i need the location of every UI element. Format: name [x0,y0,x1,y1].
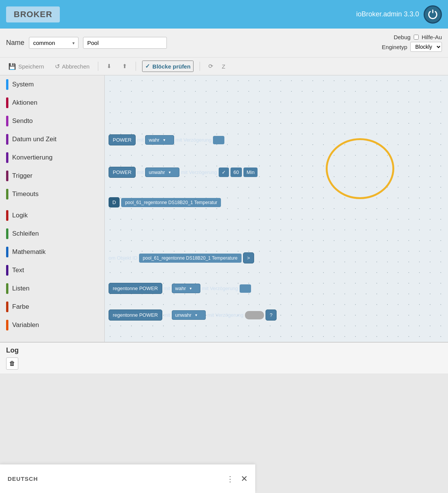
sidebar-color-mathematik [6,247,8,257]
block-mit-5: mit [164,286,170,291]
export-button[interactable]: ⬆ [120,61,130,71]
divider-2 [136,62,136,71]
sidebar-label-variablen: Variablen [12,321,39,329]
sidebar: System Aktionen Sendto Datum und Zeit Ko… [0,75,105,342]
divider-1 [98,62,98,71]
log-trash-button[interactable]: 🗑 [6,357,18,370]
power-icon[interactable] [424,5,442,24]
block-scroll-6[interactable] [245,311,264,319]
sidebar-color-datum [6,134,8,145]
block-check-2[interactable]: ✓ [219,168,229,177]
sidebar-color-konvertierung [6,152,8,163]
block-power-2[interactable]: POWER [109,167,136,178]
check-button[interactable]: ✓ Blöcke prüfen [142,61,194,72]
block-delay-1[interactable] [213,136,224,144]
sidebar-label-konvertierung: Konvertierung [12,154,53,161]
namespace-wrapper: common [29,37,78,49]
block-wahr-dropdown[interactable]: wahr [145,135,174,145]
import-button[interactable]: ⬇ [104,61,114,71]
close-icon[interactable]: ✕ [241,474,248,484]
sidebar-item-farbe[interactable]: Farbe [0,298,104,316]
sidebar-item-konvertierung[interactable]: Konvertierung [0,148,104,167]
save-button[interactable]: 💾 Speichern [6,61,46,72]
block-min-2[interactable]: Min [243,168,258,177]
sidebar-color-system [6,79,8,90]
sidebar-label-farbe: Farbe [12,303,29,311]
sidebar-color-schleifen [6,228,8,239]
brand-label: BROKER [6,6,60,22]
block-wahr-2-dropdown[interactable]: wahr [172,284,200,293]
export-icon: ⬆ [122,63,127,70]
block-regentonne-2[interactable]: regentonne POWER [109,310,162,321]
sidebar-color-timeouts [6,189,8,199]
sidebar-item-text[interactable]: Text [0,261,104,279]
block-unwahr-dropdown[interactable]: unwahr [145,168,179,177]
sidebar-color-variablen [6,320,8,330]
refresh-button[interactable]: ⟳ [206,61,216,71]
more-icon[interactable]: ⋮ [226,474,235,483]
language-label: DEUTSCH [8,475,38,482]
block-row-5: regentonne POWER mit wahr mit Verzögerun… [109,283,251,294]
enginetype-label: Enginetyp [382,44,407,50]
block-id-1[interactable]: pool_61_regentonne DS18B20_1 Temperatur [121,198,221,207]
sidebar-label-listen: Listen [12,285,29,292]
sidebar-item-aktionen[interactable]: Aktionen [0,94,104,112]
sidebar-item-timeouts[interactable]: Timeouts [0,185,104,203]
sidebar-item-listen[interactable]: Listen [0,279,104,298]
sidebar-label-sendto: Sendto [12,117,33,125]
debug-label: Debug [394,34,410,40]
sidebar-item-schleifen[interactable]: Schleifen [0,225,104,243]
cancel-button[interactable]: ↺ Abbrechen [53,61,92,72]
block-row-1: POWER mit wahr mit Verzögerung [109,134,224,145]
check-label: Blöcke prüfen [152,63,190,70]
block-q-6[interactable]: ? [266,310,277,321]
sidebar-color-logik [6,210,8,221]
block-delay-5[interactable] [240,284,251,293]
script-name-input[interactable] [83,37,167,49]
name-label: Name [6,39,24,47]
block-num-2[interactable]: 60 [230,168,242,177]
canvas-area[interactable]: POWER mit wahr mit Verzögerung POWER mit… [105,75,448,342]
sidebar-item-mathematik[interactable]: Mathematik [0,243,104,261]
engine-select[interactable]: Blockly [410,42,442,52]
version-label: ioBroker.admin 3.3.0 [356,10,419,18]
block-gt[interactable]: > [243,252,254,263]
sidebar-label-mathematik: Mathematik [12,248,46,256]
sidebar-item-variablen[interactable]: Variablen [0,316,104,334]
top-bar-right: ioBroker.admin 3.3.0 [356,5,442,24]
sidebar-color-text [6,265,8,276]
block-mitverz-1: mit Verzögerung [176,137,212,143]
sidebar-color-trigger [6,171,8,181]
sidebar-item-trigger[interactable]: Trigger [0,167,104,185]
hilfe-label: Hilfe-Au [422,34,442,40]
namespace-select[interactable]: common [29,37,78,49]
yellow-circle-annotation [326,138,394,199]
block-mit-6: mit [164,312,170,318]
block-regentonne-1[interactable]: regentonne POWER [109,283,162,294]
sidebar-color-listen [6,283,8,294]
debug-checkbox[interactable] [414,35,419,40]
import-icon: ⬇ [107,63,112,70]
sidebar-label-system: System [12,81,34,88]
debug-row: Debug Hilfe-Au [394,34,442,40]
block-row-2: POWER mit unwahr mit Verzögerung ✓ 60 Mi… [109,167,258,178]
log-title: Log [6,346,442,354]
block-d-label[interactable]: D [109,197,120,207]
top-bar: BROKER ioBroker.admin 3.3.0 [0,0,448,29]
sidebar-label-schleifen: Schleifen [12,230,39,238]
sidebar-label-timeouts: Timeouts [12,190,38,198]
sidebar-label-datum: Datum und Zeit [12,136,56,143]
sidebar-item-logik[interactable]: Logik [0,206,104,225]
header-row: Name common Debug Hilfe-Au Enginetyp Blo… [0,29,448,57]
block-power-1[interactable]: POWER [109,134,136,145]
block-row-6: regentonne POWER mit unwahr mit Verzöger… [109,310,277,321]
block-mitverz-2: mit Verzögerung [181,169,217,175]
sidebar-item-sendto[interactable]: Sendto [0,112,104,130]
sidebar-label-trigger: Trigger [12,172,32,180]
block-id-2[interactable]: pool_61_regentonne DS18B20_1 Temperature [139,254,242,263]
sidebar-item-system[interactable]: System [0,75,104,94]
block-mitverz-5: mit Verzögerung [202,286,238,291]
sidebar-item-datum[interactable]: Datum und Zeit [0,130,104,148]
engine-row: Enginetyp Blockly [382,42,442,52]
block-unwahr-2-dropdown[interactable]: unwahr [172,310,206,320]
